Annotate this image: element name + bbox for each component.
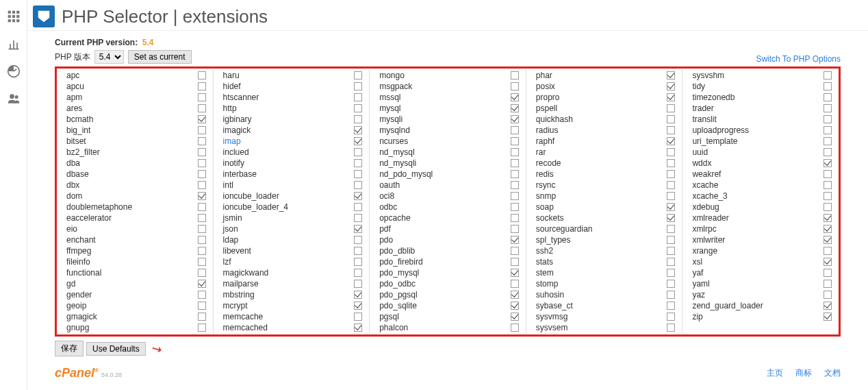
extension-label[interactable]: rar bbox=[536, 147, 546, 157]
extension-checkbox[interactable] bbox=[824, 269, 832, 277]
extension-checkbox[interactable] bbox=[198, 302, 206, 310]
extension-label[interactable]: haru bbox=[223, 71, 240, 80]
extension-checkbox[interactable] bbox=[511, 159, 519, 167]
extension-label[interactable]: ares bbox=[66, 103, 82, 113]
extension-checkbox[interactable] bbox=[511, 148, 519, 156]
extension-checkbox[interactable] bbox=[354, 313, 362, 321]
extension-label[interactable]: weakref bbox=[692, 169, 721, 179]
extension-label[interactable]: pdo_odbc bbox=[379, 279, 416, 289]
extension-checkbox[interactable] bbox=[354, 181, 362, 189]
extension-label[interactable]: pdo_sqlite bbox=[379, 301, 417, 310]
extension-checkbox[interactable] bbox=[824, 115, 832, 123]
extension-checkbox[interactable] bbox=[354, 302, 362, 310]
extension-label[interactable]: bz2_filter bbox=[66, 147, 100, 157]
extension-label[interactable]: yaf bbox=[692, 268, 703, 278]
extension-label[interactable]: jsmin bbox=[223, 213, 242, 223]
extension-checkbox[interactable] bbox=[667, 203, 675, 211]
extension-label[interactable]: opcache bbox=[379, 213, 410, 223]
extension-label[interactable]: xrange bbox=[692, 246, 717, 256]
extension-checkbox[interactable] bbox=[824, 247, 832, 255]
extension-label[interactable]: mssql bbox=[379, 93, 400, 102]
extension-checkbox[interactable] bbox=[824, 203, 832, 211]
extension-checkbox[interactable] bbox=[354, 126, 362, 134]
extension-label[interactable]: pdo_pgsql bbox=[379, 290, 417, 300]
extension-checkbox[interactable] bbox=[511, 93, 519, 101]
extension-checkbox[interactable] bbox=[667, 82, 675, 90]
extension-label[interactable]: pgsql bbox=[379, 312, 399, 321]
extension-label[interactable]: xcache_3 bbox=[692, 191, 727, 201]
extension-label[interactable]: ioncube_loader_4 bbox=[223, 202, 288, 212]
extension-checkbox[interactable] bbox=[667, 192, 675, 200]
extension-label[interactable]: sysvshm bbox=[692, 71, 724, 80]
extension-checkbox[interactable] bbox=[511, 258, 519, 266]
extension-label[interactable]: gender bbox=[66, 290, 92, 300]
extension-checkbox[interactable] bbox=[667, 269, 675, 277]
extension-checkbox[interactable] bbox=[667, 148, 675, 156]
footer-link-trademark[interactable]: 商标 bbox=[795, 367, 812, 379]
extension-label[interactable]: mbstring bbox=[223, 290, 255, 300]
extension-checkbox[interactable] bbox=[667, 258, 675, 266]
extension-label[interactable]: gd bbox=[66, 279, 75, 289]
extension-checkbox[interactable] bbox=[354, 214, 362, 222]
extension-checkbox[interactable] bbox=[511, 324, 519, 332]
extension-label[interactable]: ffmpeg bbox=[66, 246, 91, 256]
extension-label[interactable]: zend_guard_loader bbox=[692, 301, 763, 310]
extension-checkbox[interactable] bbox=[354, 280, 362, 288]
extension-label[interactable]: lzf bbox=[223, 257, 231, 267]
extension-checkbox[interactable] bbox=[824, 71, 832, 80]
extension-checkbox[interactable] bbox=[824, 302, 832, 310]
extension-checkbox[interactable] bbox=[667, 214, 675, 222]
extension-checkbox[interactable] bbox=[198, 236, 206, 244]
set-as-current-button[interactable]: Set as current bbox=[128, 50, 192, 64]
extension-label[interactable]: imap bbox=[223, 136, 241, 146]
extension-label[interactable]: bcmath bbox=[66, 114, 93, 124]
extension-label[interactable]: posix bbox=[536, 82, 555, 91]
extension-checkbox[interactable] bbox=[198, 280, 206, 288]
extension-checkbox[interactable] bbox=[198, 291, 206, 299]
extension-label[interactable]: sysvsem bbox=[536, 323, 568, 332]
extension-checkbox[interactable] bbox=[354, 148, 362, 156]
extension-checkbox[interactable] bbox=[198, 137, 206, 145]
extension-checkbox[interactable] bbox=[667, 181, 675, 189]
extension-label[interactable]: oauth bbox=[379, 180, 400, 190]
extension-checkbox[interactable] bbox=[667, 137, 675, 145]
extension-checkbox[interactable] bbox=[824, 214, 832, 222]
extension-checkbox[interactable] bbox=[511, 313, 519, 321]
extension-checkbox[interactable] bbox=[511, 170, 519, 178]
extension-checkbox[interactable] bbox=[511, 192, 519, 200]
extension-label[interactable]: ssh2 bbox=[536, 246, 553, 256]
extension-checkbox[interactable] bbox=[511, 214, 519, 222]
extension-label[interactable]: pspell bbox=[536, 103, 557, 113]
extension-label[interactable]: soap bbox=[536, 202, 554, 212]
extension-checkbox[interactable] bbox=[511, 291, 519, 299]
extension-label[interactable]: xmlreader bbox=[692, 213, 728, 223]
extension-label[interactable]: inclued bbox=[223, 147, 249, 157]
extension-checkbox[interactable] bbox=[511, 302, 519, 310]
extension-label[interactable]: phar bbox=[536, 71, 552, 80]
extension-label[interactable]: doublemetaphone bbox=[66, 202, 132, 212]
extension-label[interactable]: ioncube_loader bbox=[223, 191, 279, 201]
extension-checkbox[interactable] bbox=[511, 137, 519, 145]
extension-label[interactable]: intl bbox=[223, 180, 233, 190]
extension-checkbox[interactable] bbox=[198, 214, 206, 222]
extension-label[interactable]: spl_types bbox=[536, 235, 571, 245]
extension-checkbox[interactable] bbox=[198, 170, 206, 178]
extension-checkbox[interactable] bbox=[667, 291, 675, 299]
extension-checkbox[interactable] bbox=[354, 170, 362, 178]
extension-checkbox[interactable] bbox=[354, 203, 362, 211]
extension-checkbox[interactable] bbox=[667, 93, 675, 101]
extension-checkbox[interactable] bbox=[824, 170, 832, 178]
extension-checkbox[interactable] bbox=[354, 93, 362, 101]
extension-label[interactable]: pdo_firebird bbox=[379, 257, 422, 267]
extension-checkbox[interactable] bbox=[824, 159, 832, 167]
extension-checkbox[interactable] bbox=[667, 280, 675, 288]
extension-checkbox[interactable] bbox=[198, 148, 206, 156]
extension-label[interactable]: mailparse bbox=[223, 279, 259, 289]
extension-checkbox[interactable] bbox=[511, 203, 519, 211]
extension-checkbox[interactable] bbox=[824, 104, 832, 112]
extension-checkbox[interactable] bbox=[511, 269, 519, 277]
extension-label[interactable]: mysql bbox=[379, 103, 400, 113]
extension-checkbox[interactable] bbox=[824, 280, 832, 288]
extension-label[interactable]: stem bbox=[536, 268, 554, 278]
extension-checkbox[interactable] bbox=[667, 115, 675, 123]
